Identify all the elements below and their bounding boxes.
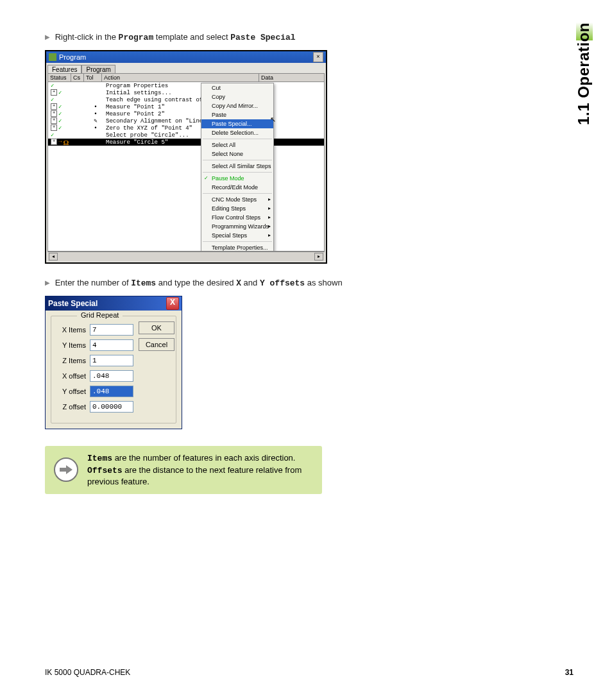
- menu-item[interactable]: Paste: [201, 110, 273, 119]
- col-cs[interactable]: Cs: [71, 74, 84, 81]
- info-note: Items are the number of features in each…: [45, 446, 322, 494]
- dialog-titlebar[interactable]: Paste Special X: [46, 296, 182, 311]
- scroll-right-icon[interactable]: ▸: [314, 253, 323, 260]
- field-label: Y Items: [56, 341, 86, 349]
- text: are the number of features in each axis …: [112, 453, 295, 463]
- menu-item[interactable]: Delete Selection...: [201, 128, 273, 137]
- text: and: [241, 278, 260, 287]
- bullet-icon: ▶: [45, 279, 50, 286]
- menu-item[interactable]: Copy: [201, 92, 273, 101]
- text: Enter the number of: [55, 278, 132, 287]
- field-label: X Items: [56, 326, 86, 334]
- text-bold: Items: [131, 278, 156, 288]
- text-bold: Program: [119, 33, 154, 42]
- menu-item[interactable]: Template Properties...: [201, 243, 273, 252]
- page-footer: IK 5000 QUADRA-CHEK 31: [45, 668, 574, 677]
- text-bold: Y offsets: [260, 278, 305, 288]
- z offset-input[interactable]: [90, 401, 133, 413]
- svg-marker-0: [60, 465, 72, 474]
- text-bold: X: [236, 278, 241, 288]
- menu-item[interactable]: CNC Mode Steps: [201, 195, 273, 204]
- text-bold: Items: [87, 454, 112, 463]
- note-arrow-icon: [54, 457, 78, 482]
- menu-item[interactable]: Flow Control Steps: [201, 213, 273, 222]
- field-label: Z offset: [56, 403, 86, 411]
- y items-input[interactable]: [90, 339, 133, 351]
- text-bold: Offsets: [87, 466, 123, 475]
- col-status[interactable]: Status: [48, 74, 71, 81]
- note-text: Items are the number of features in each…: [87, 452, 313, 488]
- menu-item[interactable]: Cut: [201, 83, 273, 92]
- page-number: 31: [565, 668, 574, 677]
- menu-item[interactable]: Editing Steps: [201, 204, 273, 213]
- table-row[interactable]: ✓Select probe "Circle"...: [48, 132, 324, 139]
- menu-item[interactable]: Select None: [201, 149, 273, 158]
- field-label: Z Items: [56, 357, 86, 364]
- x items-input[interactable]: [90, 324, 133, 336]
- table-row[interactable]: ✓Teach edge using contrast of 14...: [48, 96, 324, 103]
- menu-item[interactable]: Special Steps: [201, 231, 273, 240]
- program-rows: ✓Program Properties+✓Initial settings...…: [48, 82, 324, 146]
- group-legend: Grid Repeat: [77, 311, 123, 319]
- scroll-left-icon[interactable]: ◂: [49, 253, 58, 260]
- table-row[interactable]: ✓Program Properties: [48, 82, 324, 89]
- field-label: X offset: [56, 372, 86, 380]
- field-label: Y offset: [56, 388, 86, 395]
- instruction-2: ▶ Enter the number of Items and type the…: [45, 278, 404, 288]
- horizontal-scrollbar[interactable]: ◂ ▸: [47, 252, 325, 261]
- program-window: Program × Features Program Status Cs Tol…: [45, 50, 327, 264]
- window-titlebar[interactable]: Program ×: [46, 51, 326, 63]
- footer-product: IK 5000 QUADRA-CHEK: [45, 668, 130, 677]
- instruction-1: ▶ Right-click in the Program template an…: [45, 32, 404, 42]
- table-row[interactable]: +✓•Zero the XYZ of "Point 4": [48, 124, 324, 132]
- menu-item[interactable]: Programming Wizards: [201, 222, 273, 231]
- field-list: X ItemsY ItemsZ ItemsX offsetY offsetZ o…: [56, 320, 133, 416]
- tab-program[interactable]: Program: [81, 65, 115, 74]
- app-icon: [49, 53, 56, 61]
- menu-item[interactable]: Select All Similar Steps: [201, 162, 273, 171]
- tab-strip: Features Program: [47, 64, 325, 73]
- text-bold: Paste Special: [230, 33, 295, 42]
- close-icon[interactable]: X: [166, 297, 179, 310]
- dialog-title: Paste Special: [48, 299, 166, 308]
- table-row[interactable]: +✓Initial settings...: [48, 89, 324, 96]
- close-icon[interactable]: ×: [313, 52, 323, 62]
- column-headers: Status Cs Tol Action Data: [48, 74, 324, 82]
- table-row[interactable]: +→ΩMeasure "Circle 5": [48, 139, 324, 146]
- z items-input[interactable]: [90, 355, 133, 366]
- grid-repeat-group: Grid Repeat X ItemsY ItemsZ ItemsX offse…: [51, 316, 176, 423]
- menu-item[interactable]: Record/Edit Mode: [201, 183, 273, 192]
- menu-item[interactable]: Copy And Mirror...: [201, 101, 273, 110]
- text: template and select: [153, 32, 230, 42]
- menu-item[interactable]: Select All: [201, 141, 273, 149]
- window-title: Program: [59, 53, 313, 61]
- y offset-input[interactable]: [90, 386, 133, 397]
- table-row[interactable]: +✓•Measure "Point 2": [48, 110, 324, 117]
- bullet-icon: ▶: [45, 33, 50, 40]
- x offset-input[interactable]: [90, 370, 133, 382]
- paste-special-dialog: Paste Special X Grid Repeat X ItemsY Ite…: [45, 296, 182, 429]
- program-grid: Status Cs Tol Action Data ✓Program Prope…: [47, 73, 325, 252]
- col-data[interactable]: Data: [259, 74, 324, 81]
- menu-item[interactable]: Pause Mode: [201, 174, 273, 183]
- context-menu[interactable]: CutCopyCopy And Mirror...PastePaste Spec…: [201, 83, 274, 252]
- text: and type the desired: [156, 278, 236, 287]
- text: as shown: [305, 278, 343, 287]
- section-heading: 1.1 Operation: [575, 22, 593, 125]
- cancel-button[interactable]: Cancel: [139, 338, 174, 351]
- table-row[interactable]: +✓•Measure "Point 1": [48, 103, 324, 110]
- col-tol[interactable]: Tol: [84, 74, 102, 81]
- tab-features[interactable]: Features: [47, 65, 81, 74]
- table-row[interactable]: +✓✎Secondary Alignment on "Line 3": [48, 117, 324, 124]
- text: Right-click in the: [55, 32, 119, 42]
- col-action[interactable]: Action: [102, 74, 259, 81]
- ok-button[interactable]: OK: [139, 321, 174, 334]
- menu-item[interactable]: Paste Special...: [201, 119, 273, 128]
